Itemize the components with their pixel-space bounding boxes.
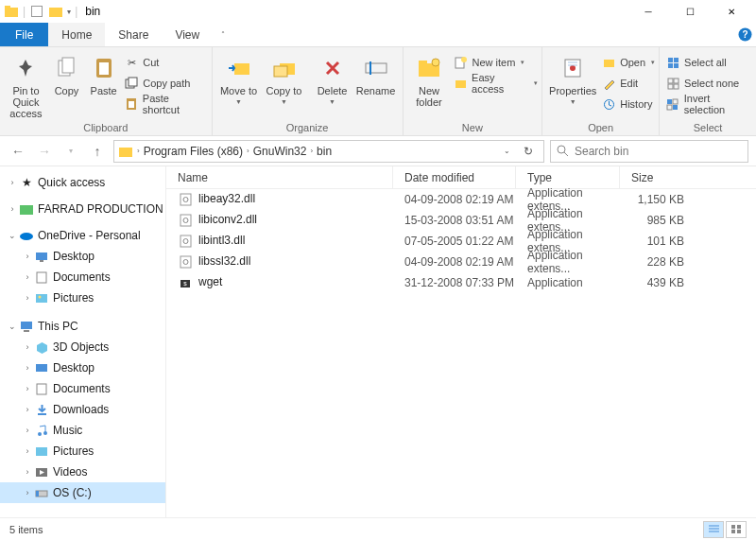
sidebar-item-desktop-pc[interactable]: ›Desktop [0, 357, 165, 378]
close-button[interactable]: ✕ [711, 0, 752, 23]
chevron-right-icon[interactable]: › [308, 147, 315, 155]
history-button[interactable]: History [601, 95, 655, 113]
column-headers: Name Date modified Type Size [166, 166, 756, 189]
details-view-button[interactable] [703, 521, 724, 538]
sidebar-item-quick-access[interactable]: ›★Quick access [0, 172, 165, 193]
easy-access-button[interactable]: Easy access▾ [453, 74, 538, 93]
properties-button[interactable]: Properties ▼ [546, 49, 599, 105]
sidebar-item-onedrive[interactable]: ⌄OneDrive - Personal [0, 225, 165, 246]
window-title: bin [81, 5, 100, 18]
content-area: ›★Quick access ›FARRAD PRODUCTION ⌄OneDr… [0, 166, 756, 517]
sidebar-item-farrad[interactable]: ›FARRAD PRODUCTION [0, 199, 165, 219]
copy-button[interactable]: Copy [48, 49, 85, 96]
sidebar-item-pictures[interactable]: ›Pictures [0, 287, 165, 308]
cut-button[interactable]: ✂Cut [124, 53, 207, 72]
svg-text:?: ? [742, 29, 747, 40]
nav-recent-dropdown[interactable]: ▾ [60, 141, 81, 162]
svg-rect-1 [5, 6, 10, 9]
navigation-tree[interactable]: ›★Quick access ›FARRAD PRODUCTION ⌄OneDr… [0, 166, 166, 517]
invert-icon [665, 96, 680, 112]
sidebar-item-desktop[interactable]: ›Desktop [0, 246, 165, 267]
select-none-button[interactable]: Select none [665, 74, 752, 93]
maximize-button[interactable]: ☐ [669, 0, 711, 23]
svg-rect-3 [49, 8, 62, 17]
column-date[interactable]: Date modified [393, 166, 516, 188]
move-to-button[interactable]: Move to ▼ [216, 49, 262, 105]
svg-rect-37 [668, 84, 673, 89]
paste-shortcut-button[interactable]: Paste shortcut [124, 95, 207, 113]
file-date: 07-05-2005 01:22 AM [393, 235, 516, 248]
quick-folder-icon[interactable] [48, 4, 63, 19]
help-icon[interactable]: ? [733, 23, 756, 46]
rename-button[interactable]: Rename [353, 49, 399, 96]
select-all-button[interactable]: Select all [665, 53, 752, 72]
sidebar-item-videos[interactable]: ›Videos [0, 462, 165, 482]
sidebar-item-3d-objects[interactable]: ›3D Objects [0, 337, 165, 357]
copy-to-button[interactable]: Copy to ▼ [262, 49, 307, 105]
refresh-icon[interactable]: ↻ [517, 145, 540, 158]
tab-file[interactable]: File [0, 23, 48, 46]
sidebar-item-downloads[interactable]: ›Downloads [0, 399, 165, 420]
sidebar-item-documents-pc[interactable]: ›Documents [0, 378, 165, 399]
svg-rect-36 [674, 78, 679, 83]
table-row[interactable]: libintl3.dll07-05-2005 01:22 AMApplicati… [166, 231, 756, 252]
new-item-button[interactable]: New item▾ [453, 53, 538, 72]
tab-share[interactable]: Share [105, 23, 162, 46]
column-type[interactable]: Type [516, 166, 620, 188]
checkbox-icon[interactable] [29, 4, 44, 19]
thumbnails-view-button[interactable] [726, 521, 747, 538]
ribbon-collapse-icon[interactable]: ˄ [213, 23, 233, 46]
column-name[interactable]: Name [166, 166, 393, 188]
nav-forward-button[interactable]: → [34, 141, 55, 162]
svg-rect-56 [37, 384, 46, 394]
dropdown-icon[interactable]: ▾ [67, 8, 71, 16]
svg-rect-14 [234, 63, 249, 75]
svg-rect-51 [36, 294, 47, 303]
nav-up-button[interactable]: ↑ [87, 141, 108, 162]
nav-back-button[interactable]: ← [8, 141, 28, 162]
table-row[interactable]: libeay32.dll04-09-2008 02:19 AMApplicati… [166, 189, 756, 210]
svg-rect-60 [36, 447, 47, 456]
ribbon-group-open: Properties ▼ Open▾ Edit History Open [542, 47, 660, 135]
svg-rect-2 [32, 7, 43, 17]
address-dropdown-icon[interactable]: ⌄ [498, 147, 515, 155]
svg-rect-71 [180, 256, 191, 268]
search-input[interactable]: Search bin [550, 140, 748, 163]
sidebar-item-this-pc[interactable]: ⌄This PC [0, 316, 165, 337]
breadcrumb-segment[interactable]: GnuWin32 [253, 145, 307, 158]
tab-home[interactable]: Home [48, 23, 105, 46]
file-list[interactable]: Name Date modified Type Size libeay32.dl… [166, 166, 756, 517]
file-date: 04-09-2008 02:19 AM [393, 193, 516, 206]
tab-view[interactable]: View [162, 23, 213, 46]
svg-point-59 [43, 431, 47, 435]
column-size[interactable]: Size [620, 166, 696, 188]
open-button[interactable]: Open▾ [601, 53, 655, 72]
sidebar-item-pictures-pc[interactable]: ›Pictures [0, 441, 165, 462]
delete-icon [318, 53, 348, 83]
address-bar[interactable]: › Program Files (x86) › GnuWin32 › bin ⌄… [113, 140, 544, 163]
edit-button[interactable]: Edit [601, 74, 655, 93]
sidebar-item-music[interactable]: ›Music [0, 420, 165, 441]
table-row[interactable]: libiconv2.dll15-03-2008 03:51 AMApplicat… [166, 210, 756, 231]
svg-rect-24 [455, 80, 466, 88]
delete-button[interactable]: Delete ▼ [312, 49, 353, 105]
table-row[interactable]: $wget31-12-2008 07:33 PMApplication439 K… [166, 272, 756, 293]
select-all-icon [665, 55, 680, 70]
svg-rect-17 [366, 63, 387, 73]
breadcrumb-segment[interactable]: bin [317, 145, 332, 158]
minimize-button[interactable]: ─ [627, 0, 669, 23]
copy-path-button[interactable]: Copy path [124, 74, 207, 93]
chevron-right-icon[interactable]: › [135, 147, 142, 155]
breadcrumb-segment[interactable]: Program Files (x86) [144, 145, 243, 158]
svg-rect-67 [180, 215, 191, 226]
chevron-right-icon[interactable]: › [245, 147, 251, 155]
svg-rect-53 [21, 322, 32, 329]
sidebar-item-documents[interactable]: ›Documents [0, 267, 165, 287]
invert-selection-button[interactable]: Invert selection [665, 95, 752, 113]
svg-point-44 [558, 146, 565, 153]
pin-quick-access-button[interactable]: Pin to Quick access [4, 49, 48, 119]
sidebar-item-os-c[interactable]: ›OS (C:) [0, 482, 165, 503]
paste-button[interactable]: Paste [85, 49, 122, 96]
table-row[interactable]: libssl32.dll04-09-2008 02:19 AMApplicati… [166, 252, 756, 272]
new-folder-button[interactable]: New folder [407, 49, 452, 108]
